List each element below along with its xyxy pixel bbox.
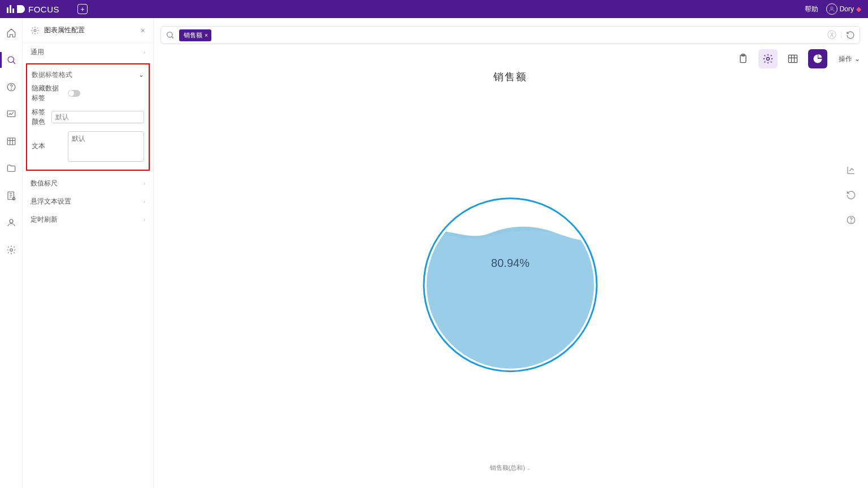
rail-home[interactable] <box>6 27 17 38</box>
logo[interactable]: FOCUS <box>7 5 59 14</box>
side-tools <box>842 165 860 225</box>
svg-rect-5 <box>7 138 15 145</box>
svg-point-1 <box>8 57 14 63</box>
avatar-icon <box>826 3 837 15</box>
rail-help[interactable] <box>6 81 17 93</box>
section-data-label-format: 数据标签格式 ⌄ 隐藏数据标签 标签颜色 文本 <box>26 63 150 171</box>
svg-point-8 <box>10 219 13 223</box>
chart-title: 销售额 <box>160 70 860 84</box>
app-name: FOCUS <box>28 5 59 14</box>
refresh-search-icon[interactable] <box>846 31 855 40</box>
left-rail <box>0 18 23 488</box>
chevron-right-icon: › <box>144 49 145 55</box>
svg-point-10 <box>34 29 36 32</box>
section-hover-text[interactable]: 悬浮文本设置 › <box>23 192 153 210</box>
rail-table[interactable] <box>6 136 17 147</box>
search-icon <box>166 31 175 40</box>
chart-area: 销售额 80.94% 销售额(总和)⌄ <box>160 69 860 488</box>
chevron-right-icon: › <box>144 180 145 187</box>
text-label: 文本 <box>32 131 63 151</box>
svg-rect-6 <box>8 192 14 200</box>
text-input[interactable] <box>68 131 144 162</box>
help-icon[interactable] <box>846 215 856 225</box>
operations-menu[interactable]: 操作 ⌄ <box>839 54 860 64</box>
user-menu[interactable]: Dory ◆ <box>826 3 861 15</box>
rail-search[interactable] <box>6 54 17 66</box>
svg-rect-4 <box>7 111 15 117</box>
hide-data-label-label: 隐藏数据标签 <box>32 84 63 103</box>
rail-settings[interactable] <box>6 244 17 256</box>
svg-point-19 <box>851 222 852 222</box>
chevron-right-icon: › <box>144 217 145 223</box>
settings-button[interactable] <box>758 49 778 68</box>
chart-percent-label: 80.94% <box>491 256 530 269</box>
chevron-down-icon: ⌄ <box>138 71 144 79</box>
search-bar[interactable]: 销售额 × ⓧ <box>160 26 860 44</box>
table-view-button[interactable] <box>783 49 802 68</box>
clipboard-button[interactable] <box>734 49 753 68</box>
rail-folder[interactable] <box>6 163 17 174</box>
section-value-scale[interactable]: 数值标尺 › <box>23 174 153 192</box>
label-color-input[interactable] <box>51 111 144 123</box>
pie-view-button[interactable] <box>808 49 827 68</box>
chart-toolbar: 操作 ⌄ <box>160 44 860 69</box>
section-general[interactable]: 通用 › <box>23 43 153 61</box>
top-bar: FOCUS ＋ 帮助 Dory ◆ <box>0 0 868 18</box>
clear-search-icon[interactable]: ⓧ <box>827 31 836 40</box>
section-auto-refresh[interactable]: 定时刷新 › <box>23 210 153 228</box>
chevron-down-icon: ⌄ <box>854 55 860 63</box>
svg-point-14 <box>767 58 770 61</box>
hide-data-label-toggle[interactable] <box>68 90 80 97</box>
svg-point-9 <box>10 249 12 252</box>
close-icon[interactable]: × <box>141 26 145 35</box>
chip-remove-icon[interactable]: × <box>205 32 208 38</box>
new-tab-button[interactable]: ＋ <box>77 4 88 14</box>
gear-icon <box>31 26 40 35</box>
svg-point-11 <box>167 32 172 37</box>
gem-icon: ◆ <box>856 5 861 13</box>
search-chip[interactable]: 销售额 × <box>179 29 211 41</box>
svg-point-3 <box>11 89 11 89</box>
rail-db[interactable] <box>6 190 17 201</box>
svg-rect-15 <box>789 55 797 62</box>
user-name: Dory <box>840 5 854 13</box>
svg-point-0 <box>831 7 833 9</box>
config-title: 图表属性配置 <box>44 25 136 35</box>
refresh-icon[interactable] <box>846 190 856 200</box>
help-link[interactable]: 帮助 <box>805 5 818 14</box>
label-color-label: 标签颜色 <box>32 107 47 127</box>
main-area: 销售额 × ⓧ 操作 ⌄ 销售额 <box>154 18 868 488</box>
chevron-right-icon: › <box>144 198 145 205</box>
section-header[interactable]: 数据标签格式 ⌄ <box>31 68 145 81</box>
rail-user[interactable] <box>6 217 17 228</box>
liquid-fill-chart: 80.94% <box>422 196 599 375</box>
chevron-down-icon: ⌄ <box>526 465 531 471</box>
chart-legend[interactable]: 销售额(总和)⌄ <box>160 464 860 472</box>
edit-axis-icon[interactable] <box>846 165 856 175</box>
rail-chart[interactable] <box>6 109 17 120</box>
config-panel: 图表属性配置 × 通用 › 数据标签格式 ⌄ 隐藏数据标签 标签颜色 文本 <box>23 18 154 488</box>
